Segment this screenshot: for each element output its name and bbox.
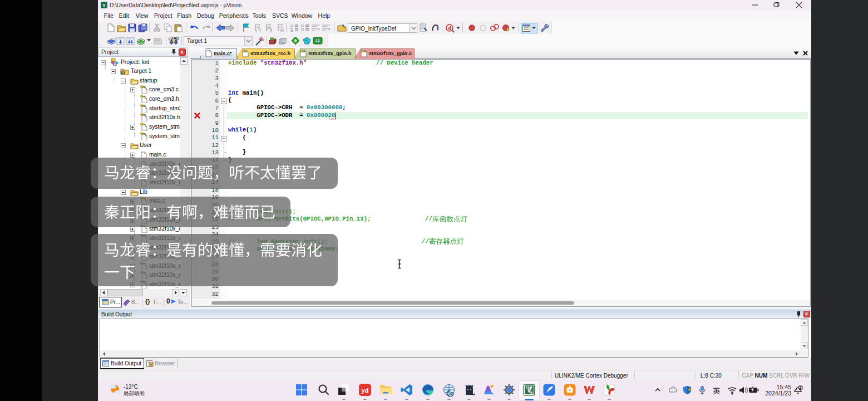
svg-text:5: 5 — [530, 391, 532, 395]
svg-text:d: d — [448, 25, 451, 31]
svg-text:V: V — [102, 3, 106, 8]
svg-text:yd: yd — [362, 387, 369, 394]
svg-text:LOAD: LOAD — [169, 36, 179, 40]
